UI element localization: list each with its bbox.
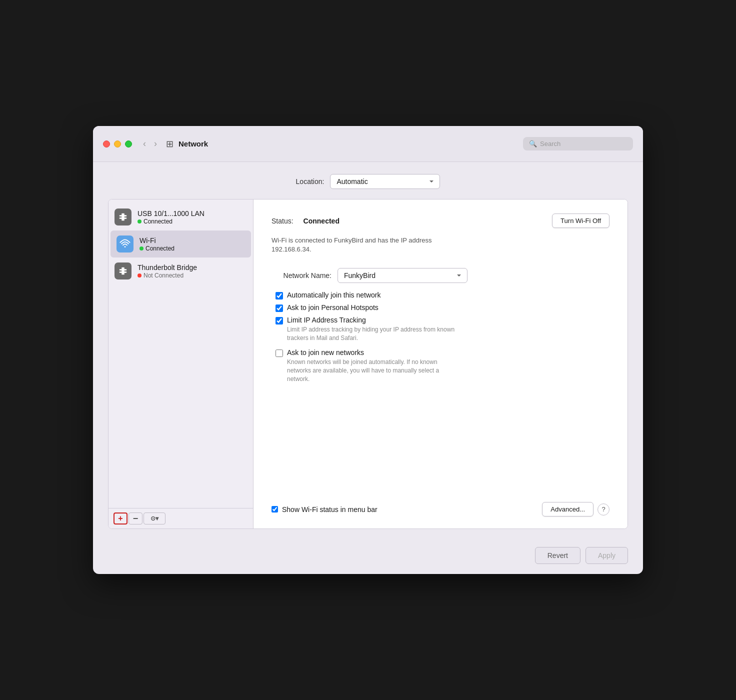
status-description: Wi-Fi is connected to FunkyBird and has … xyxy=(272,236,452,254)
svg-point-3 xyxy=(124,246,126,248)
titlebar: ‹ › ⊞ Network 🔍 xyxy=(93,126,643,162)
ask-new-label: Ask to join new networks xyxy=(287,348,364,356)
status-label: Status: xyxy=(272,217,294,225)
wifi-status-text: Connected xyxy=(146,245,174,252)
action-network-button[interactable]: ⊙ ▾ xyxy=(144,512,166,524)
network-name-label: Network Name: xyxy=(272,272,332,280)
advanced-button[interactable]: Advanced... xyxy=(542,502,594,516)
status-value: Connected xyxy=(304,217,340,225)
apply-button[interactable]: Apply xyxy=(586,547,628,564)
limit-ip-description: Limit IP address tracking by hiding your… xyxy=(287,326,462,342)
wifi-item-info: Wi-Fi Connected xyxy=(140,236,245,252)
forward-button[interactable]: › xyxy=(151,138,160,150)
status-row: Status: Connected Turn Wi-Fi Off xyxy=(272,214,610,228)
detail-bottom: Show Wi-Fi status in menu bar Advanced..… xyxy=(272,502,610,516)
fullscreen-button[interactable] xyxy=(125,140,132,148)
content-area: Location: Automatic Edit Locations... xyxy=(93,162,643,539)
main-window: ‹ › ⊞ Network 🔍 Location: Automatic Edit… xyxy=(93,126,643,574)
ask-new-description: Known networks will be joined automatica… xyxy=(287,358,462,383)
grid-icon: ⊞ xyxy=(166,138,174,150)
thunderbolt-item-info: Thunderbolt Bridge Not Connected xyxy=(138,264,247,279)
sidebar: USB 10/1...1000 LAN Connected xyxy=(108,200,254,528)
add-network-button[interactable]: + xyxy=(114,512,128,524)
ask-new-checkbox[interactable] xyxy=(276,350,283,357)
remove-network-button[interactable]: − xyxy=(128,512,142,524)
nav-buttons: ‹ › xyxy=(140,138,160,150)
limit-ip-checkbox[interactable] xyxy=(276,317,283,324)
main-panel: USB 10/1...1000 LAN Connected xyxy=(108,199,628,529)
turn-wifi-button[interactable]: Turn Wi-Fi Off xyxy=(552,214,610,228)
help-button[interactable]: ? xyxy=(598,504,610,516)
thunderbolt-item-name: Thunderbolt Bridge xyxy=(138,264,247,272)
minimize-button[interactable] xyxy=(114,140,121,148)
traffic-lights xyxy=(103,140,132,148)
sidebar-item-wifi[interactable]: Wi-Fi Connected xyxy=(110,230,251,258)
bottom-buttons: Advanced... ? xyxy=(542,502,610,516)
search-input[interactable] xyxy=(540,140,627,148)
usb-item-status: Connected xyxy=(138,218,247,225)
checkboxes-section: Automatically join this network Ask to j… xyxy=(276,291,610,389)
personal-hotspot-checkbox[interactable] xyxy=(276,304,283,312)
sidebar-item-usb[interactable]: USB 10/1...1000 LAN Connected xyxy=(108,204,253,230)
search-bar: 🔍 xyxy=(523,137,633,150)
action-bar: Revert Apply xyxy=(93,539,643,574)
network-name-select[interactable]: FunkyBird xyxy=(338,268,468,283)
usb-icon xyxy=(114,208,132,226)
location-row: Location: Automatic Edit Locations... xyxy=(108,174,628,189)
show-wifi-checkbox[interactable] xyxy=(272,506,278,512)
svg-rect-2 xyxy=(122,214,124,221)
sidebar-item-thunderbolt[interactable]: Thunderbolt Bridge Not Connected xyxy=(108,258,253,284)
thunderbolt-icon xyxy=(114,262,132,280)
thunderbolt-status-text: Not Connected xyxy=(144,272,184,279)
back-button[interactable]: ‹ xyxy=(140,138,149,150)
svg-rect-6 xyxy=(122,268,124,275)
window-title: Network xyxy=(178,140,208,148)
thunderbolt-status-dot xyxy=(138,274,142,278)
auto-join-label: Automatically join this network xyxy=(287,291,381,299)
auto-join-row: Automatically join this network xyxy=(276,291,610,300)
usb-status-text: Connected xyxy=(144,218,172,225)
wifi-item-status: Connected xyxy=(140,245,245,252)
personal-hotspot-label: Ask to join Personal Hotspots xyxy=(287,304,378,312)
network-name-row: Network Name: FunkyBird xyxy=(272,268,610,283)
limit-ip-label: Limit IP Address Tracking xyxy=(287,316,366,324)
sidebar-list: USB 10/1...1000 LAN Connected xyxy=(108,200,253,508)
show-wifi-label: Show Wi-Fi status in menu bar xyxy=(282,506,378,514)
limit-ip-row: Limit IP Address Tracking xyxy=(276,316,610,324)
location-label: Location: xyxy=(296,178,324,186)
ask-new-row: Ask to join new networks xyxy=(276,348,610,357)
personal-hotspot-row: Ask to join Personal Hotspots xyxy=(276,304,610,312)
detail-panel: Status: Connected Turn Wi-Fi Off Wi-Fi i… xyxy=(254,200,628,528)
auto-join-checkbox[interactable] xyxy=(276,292,283,300)
chevron-down-icon: ▾ xyxy=(156,515,158,522)
wifi-item-name: Wi-Fi xyxy=(140,236,245,244)
usb-item-info: USB 10/1...1000 LAN Connected xyxy=(138,210,247,225)
sidebar-toolbar: + − ⊙ ▾ xyxy=(108,508,253,528)
location-select[interactable]: Automatic Edit Locations... xyxy=(330,174,440,189)
show-wifi-row: Show Wi-Fi status in menu bar xyxy=(272,506,378,514)
revert-button[interactable]: Revert xyxy=(535,547,580,564)
close-button[interactable] xyxy=(103,140,110,148)
search-icon: 🔍 xyxy=(529,140,537,148)
wifi-status-dot xyxy=(140,246,144,250)
thunderbolt-item-status: Not Connected xyxy=(138,272,247,279)
wifi-icon xyxy=(116,236,134,252)
usb-status-dot xyxy=(138,220,142,224)
show-wifi-container: Show Wi-Fi status in menu bar Advanced..… xyxy=(272,502,610,516)
usb-item-name: USB 10/1...1000 LAN xyxy=(138,210,247,218)
action-icon: ⊙ xyxy=(150,515,156,522)
